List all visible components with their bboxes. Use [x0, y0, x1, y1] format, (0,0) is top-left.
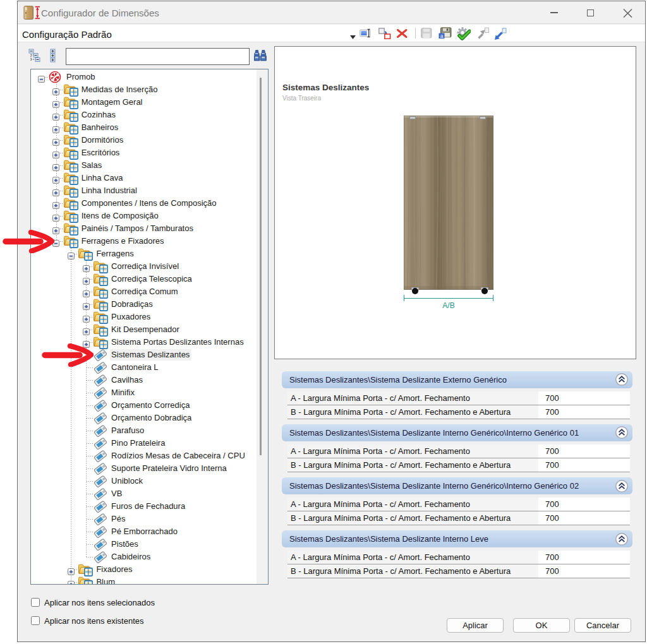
- svg-text:a: a: [440, 33, 444, 39]
